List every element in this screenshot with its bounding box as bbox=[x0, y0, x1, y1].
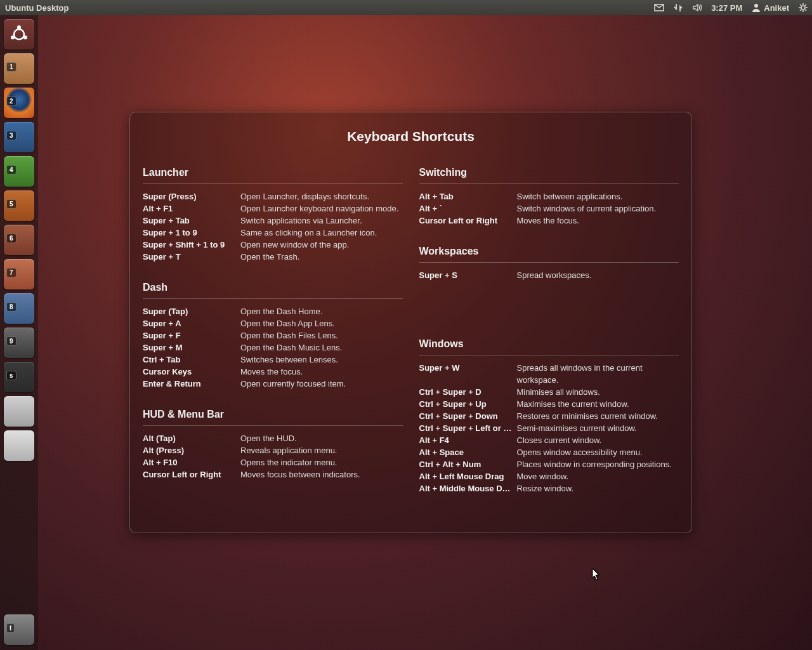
messages-indicator[interactable] bbox=[654, 3, 664, 13]
shortcut-key: Cursor Left or Right bbox=[419, 215, 517, 227]
launcher: 1 2 3 4 5 6 7 8 9 s t bbox=[0, 15, 38, 650]
shortcut-key: Enter & Return bbox=[143, 378, 240, 390]
shortcut-row: Super (Tap)Open the Dash Home. bbox=[143, 305, 403, 317]
shortcut-desc: Open the Dash App Lens. bbox=[240, 317, 403, 329]
shortcut-row: Alt (Press)Reveals application menu. bbox=[143, 444, 403, 456]
shortcut-desc: Open currently focused item. bbox=[240, 378, 403, 390]
shortcut-row: Alt + Left Mouse DragMove window. bbox=[419, 470, 679, 482]
shortcut-row: Ctrl + TabSwitches between Lenses. bbox=[143, 354, 403, 366]
mouse-cursor bbox=[592, 568, 601, 581]
shortcut-row: Super + SSpread workspaces. bbox=[419, 269, 679, 281]
clock-text: 3:27 PM bbox=[711, 3, 742, 13]
shortcut-row: Alt + F4Closes current window. bbox=[419, 434, 679, 446]
shortcut-desc: Opens window accessibility menu. bbox=[517, 446, 679, 458]
svg-point-0 bbox=[754, 4, 758, 8]
shortcut-desc: Move window. bbox=[517, 470, 679, 482]
dash-home-icon[interactable] bbox=[4, 19, 34, 50]
shortcut-desc: Open the Dash Files Lens. bbox=[240, 329, 403, 342]
section-title: HUD & Menu Bar bbox=[143, 409, 403, 426]
launcher-item-firefox[interactable]: 2 bbox=[4, 88, 34, 118]
shortcut-row: Cursor Left or RightMoves focus between … bbox=[143, 468, 403, 481]
shortcut-key: Cursor Left or Right bbox=[143, 468, 240, 481]
launcher-item-trash[interactable]: t bbox=[4, 614, 34, 645]
shortcut-key: Ctrl + Super + Up bbox=[419, 398, 517, 410]
launcher-item-settings[interactable]: 7 bbox=[4, 259, 34, 289]
shortcut-row: Ctrl + Super + UpMaximises the current w… bbox=[419, 398, 679, 410]
shortcut-section: HUD & Menu BarAlt (Tap)Open the HUD.Alt … bbox=[143, 409, 403, 481]
shortcut-key: Alt + ` bbox=[419, 202, 517, 215]
launcher-item-system[interactable]: 9 bbox=[4, 328, 34, 358]
shortcut-row: Ctrl + Super + DownRestores or minimises… bbox=[419, 410, 679, 422]
svg-point-5 bbox=[11, 36, 15, 39]
clock-indicator[interactable]: 3:27 PM bbox=[711, 3, 742, 13]
ubuntu-logo-icon bbox=[10, 25, 29, 44]
shortcut-key: Ctrl + Super + D bbox=[419, 386, 517, 398]
shortcut-row: Alt + F1Open Launcher keyboard navigatio… bbox=[143, 202, 403, 215]
shortcut-row: Super + MOpen the Dash Music Lens. bbox=[143, 342, 403, 354]
shortcut-key: Super + M bbox=[143, 342, 240, 354]
launcher-item-workspace-switcher[interactable]: s bbox=[4, 362, 34, 392]
shortcut-row: Cursor KeysMoves the focus. bbox=[143, 366, 403, 378]
shortcut-row: Super + 1 to 9Same as clicking on a Laun… bbox=[143, 227, 403, 239]
user-icon bbox=[751, 3, 761, 13]
shortcut-desc: Switch windows of current application. bbox=[517, 202, 679, 215]
svg-point-1 bbox=[801, 6, 805, 10]
shortcut-row: Super (Press)Open Launcher, displays sho… bbox=[143, 190, 403, 202]
shortcut-row: Super + TOpen the Trash. bbox=[143, 251, 403, 263]
shortcut-desc: Switch between applications. bbox=[517, 190, 679, 202]
launcher-item-software-center[interactable]: 6 bbox=[4, 225, 34, 255]
session-indicator[interactable] bbox=[798, 3, 808, 13]
shortcut-row: Ctrl + Super + Left or Ri…Semi-maximises… bbox=[419, 422, 679, 434]
shortcut-row: Super + FOpen the Dash Files Lens. bbox=[143, 329, 403, 342]
shortcut-key: Super + Shift + 1 to 9 bbox=[143, 239, 240, 251]
user-indicator[interactable]: Aniket bbox=[751, 3, 789, 13]
shortcut-desc: Open Launcher, displays shortcuts. bbox=[240, 190, 403, 202]
svg-point-4 bbox=[23, 36, 27, 39]
launcher-item-writer[interactable]: 3 bbox=[4, 122, 34, 152]
shortcut-section: DashSuper (Tap)Open the Dash Home.Super … bbox=[143, 282, 403, 390]
shortcut-key: Super + F bbox=[143, 329, 240, 342]
shortcut-key: Ctrl + Super + Down bbox=[419, 410, 517, 422]
svg-point-3 bbox=[17, 25, 21, 29]
shortcut-row: Super + AOpen the Dash App Lens. bbox=[143, 317, 403, 329]
shortcut-desc: Restores or minimises current window. bbox=[517, 410, 679, 422]
launcher-item-device-usb[interactable] bbox=[4, 396, 34, 427]
top-panel: Ubuntu Desktop 3:27 PM Aniket bbox=[0, 0, 812, 15]
shortcut-key: Super + 1 to 9 bbox=[143, 227, 240, 239]
launcher-item-calc[interactable]: 4 bbox=[4, 156, 34, 187]
keyboard-shortcuts-overlay: Keyboard Shortcuts LauncherSuper (Press)… bbox=[129, 112, 692, 533]
shortcut-row: Ctrl + Alt + NumPlaces window in corresp… bbox=[419, 458, 679, 470]
shortcut-desc: Resize window. bbox=[517, 482, 679, 494]
shortcut-desc: Same as clicking on a Launcher icon. bbox=[240, 227, 403, 239]
sound-indicator[interactable] bbox=[692, 3, 702, 13]
shortcut-row: Super + Shift + 1 to 9Open new window of… bbox=[143, 239, 403, 251]
section-title: Workspaces bbox=[419, 246, 679, 263]
shortcut-desc: Places window in corresponding positions… bbox=[517, 458, 679, 470]
shortcut-row: Alt + Middle Mouse DragResize window. bbox=[419, 482, 679, 494]
shortcut-key: Alt + F10 bbox=[143, 456, 240, 468]
shortcut-row: Alt + F10Opens the indicator menu. bbox=[143, 456, 403, 468]
shortcut-desc: Moves the focus. bbox=[517, 215, 679, 227]
shortcut-row: Enter & ReturnOpen currently focused ite… bbox=[143, 378, 403, 390]
shortcut-key: Alt (Tap) bbox=[143, 432, 240, 444]
shortcut-row: Alt + TabSwitch between applications. bbox=[419, 190, 679, 202]
shortcut-desc: Open the HUD. bbox=[240, 432, 403, 444]
svg-point-2 bbox=[14, 29, 24, 39]
user-name: Aniket bbox=[764, 3, 789, 13]
shortcut-desc: Maximises the current window. bbox=[517, 398, 679, 410]
network-indicator[interactable] bbox=[673, 3, 683, 13]
shortcut-key: Super + W bbox=[419, 362, 517, 386]
launcher-item-device-disk[interactable] bbox=[4, 430, 34, 461]
shortcut-key: Super + S bbox=[419, 269, 517, 281]
shortcut-key: Ctrl + Tab bbox=[143, 354, 240, 366]
launcher-item-thunderbird[interactable]: 8 bbox=[4, 293, 34, 324]
launcher-item-impress[interactable]: 5 bbox=[4, 190, 34, 221]
shortcut-key: Alt + Space bbox=[419, 446, 517, 458]
shortcut-section: WorkspacesSuper + SSpread workspaces. bbox=[419, 246, 679, 281]
shortcut-desc: Reveals application menu. bbox=[240, 444, 403, 456]
shortcut-desc: Open new window of the app. bbox=[240, 239, 403, 251]
launcher-item-files[interactable]: 1 bbox=[4, 53, 34, 84]
shortcut-desc: Switch applications via Launcher. bbox=[240, 215, 403, 227]
shortcut-row: Super + TabSwitch applications via Launc… bbox=[143, 215, 403, 227]
overlay-title: Keyboard Shortcuts bbox=[143, 129, 679, 144]
